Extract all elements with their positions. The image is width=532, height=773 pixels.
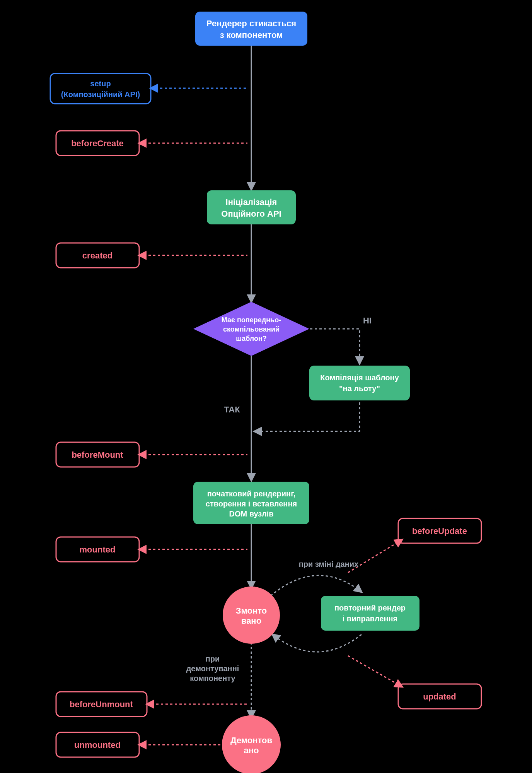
node-beforeUnmount: beforeUnmount (56, 692, 147, 717)
updated-label: updated (423, 692, 456, 701)
svg-rect-6 (309, 366, 410, 400)
node-beforeCreate: beforeCreate (56, 131, 139, 156)
svg-rect-11 (321, 596, 419, 631)
start-line1: Рендерер стикається (206, 19, 296, 28)
decision-line1: Має попередньо- (222, 316, 281, 324)
unmounted-label: unmounted (74, 740, 121, 750)
start-line2: з компонентом (220, 30, 283, 40)
beforeUpdate-label: beforeUpdate (412, 526, 467, 536)
flow-decision-no (305, 329, 360, 364)
node-mounted-state: Змонто вано (223, 587, 280, 644)
setup-line2: (Композиційний API) (61, 90, 140, 99)
loop-to-rerender (271, 575, 361, 596)
label-onChange: при зміні даних (299, 560, 358, 568)
node-setup: setup (Композиційний API) (50, 74, 151, 104)
init-line2: Опційного API (221, 209, 281, 219)
node-compile: Компіляція шаблону "на льоту" (309, 366, 410, 400)
beforeCreate-label: beforeCreate (71, 139, 124, 148)
label-onUnmount3: компоненту (190, 674, 235, 682)
unmountedState-line1: Демонтов (230, 735, 272, 745)
svg-rect-1 (50, 74, 151, 104)
mountedState-line1: Змонто (236, 606, 267, 616)
svg-rect-3 (207, 190, 296, 224)
node-unmounted: unmounted (56, 732, 139, 757)
decision-line3: шаблон? (236, 335, 267, 342)
mountedState-line2: вано (241, 616, 261, 626)
node-unmounted-state: Демонтов ано (222, 715, 281, 773)
mounted-label: mounted (80, 545, 116, 554)
node-beforeMount: beforeMount (56, 442, 139, 467)
node-rerender: повторний рендер і виправлення (321, 596, 419, 631)
compile-line1: Компіляція шаблону (320, 373, 399, 382)
node-created: created (56, 243, 139, 268)
node-decision: Має попередньо- скомпільований шаблон? (193, 302, 309, 356)
node-beforeUpdate: beforeUpdate (398, 518, 481, 543)
lifecycle-diagram: Рендерер стикається з компонентом setup … (0, 0, 532, 773)
connector-updated (348, 656, 402, 687)
init-line1: Ініціалізація (226, 197, 277, 207)
beforeMount-label: beforeMount (72, 450, 123, 460)
loop-from-rerender (273, 634, 361, 652)
svg-rect-0 (195, 12, 307, 46)
node-updated: updated (398, 684, 481, 709)
rerender-line1: повторний рендер (334, 604, 406, 612)
flow-compile-rejoin (254, 402, 360, 431)
beforeUnmount-label: beforeUnmount (70, 699, 133, 709)
render-line3: DOM вузлів (229, 510, 273, 518)
label-no: НІ (363, 316, 372, 325)
render-line1: початковий рендеринг, (207, 489, 296, 498)
render-line2: створення і вставлення (206, 499, 297, 508)
node-start: Рендерер стикається з компонентом (195, 12, 307, 46)
decision-line2: скомпільований (223, 325, 280, 333)
setup-line1: setup (90, 79, 111, 88)
node-mounted: mounted (56, 537, 139, 562)
label-onUnmount2: демонтуванні (186, 664, 239, 673)
label-onUnmount1: при (206, 655, 220, 663)
compile-line2: "на льоту" (339, 384, 380, 393)
rerender-line2: і виправлення (343, 614, 398, 623)
node-init: Ініціалізація Опційного API (207, 190, 296, 224)
unmountedState-line2: ано (244, 746, 259, 755)
label-yes: ТАК (224, 405, 240, 414)
node-render: початковий рендеринг, створення і вставл… (193, 482, 309, 524)
created-label: created (82, 251, 113, 260)
